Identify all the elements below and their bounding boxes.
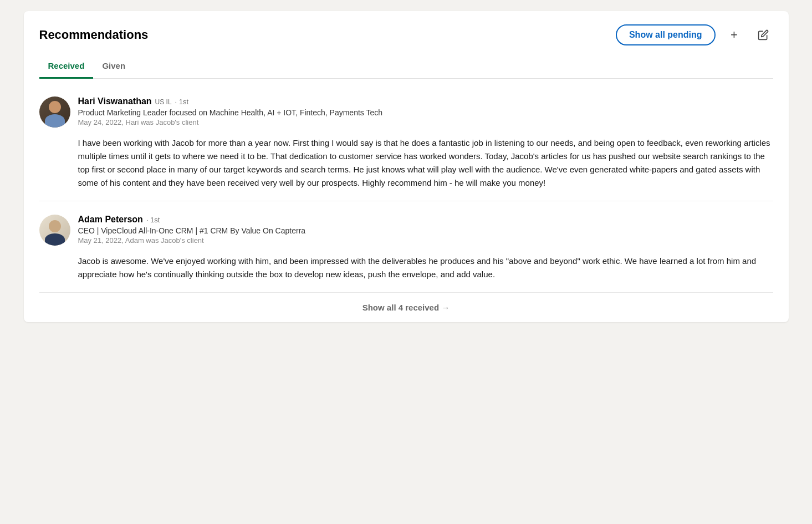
header-actions: Show all pending + [616, 24, 773, 45]
rec-degree-adam: · 1st [146, 216, 160, 224]
rec-headline-hari: Product Marketing Leader focused on Mach… [78, 108, 383, 117]
rec-name-adam[interactable]: Adam Peterson [78, 215, 143, 225]
recommendations-card: Recommendations Show all pending + Recei… [24, 11, 789, 322]
rec-date-hari: May 24, 2022, Hari was Jacob's client [78, 118, 383, 126]
tab-given[interactable]: Given [93, 54, 134, 79]
rec-header-adam: Adam Peterson · 1st CEO | VipeCloud All-… [39, 215, 773, 246]
tabs-container: Received Given [39, 54, 773, 79]
rec-name-hari[interactable]: Hari Viswanathan [78, 96, 152, 106]
show-all-received-button[interactable]: Show all 4 received → [39, 292, 773, 322]
rec-info-hari: Hari Viswanathan US IL · 1st Product Mar… [78, 96, 383, 126]
edit-icon [758, 29, 769, 40]
rec-body-adam: Jacob is awesome. We've enjoyed working … [39, 255, 773, 281]
avatar-adam[interactable] [39, 215, 70, 246]
edit-recommendations-button[interactable] [753, 25, 773, 45]
rec-name-row-hari: Hari Viswanathan US IL · 1st [78, 96, 383, 106]
add-recommendation-button[interactable]: + [724, 25, 744, 45]
rec-degree-hari: · 1st [175, 98, 189, 106]
rec-date-adam: May 21, 2022, Adam was Jacob's client [78, 236, 306, 245]
rec-name-row-adam: Adam Peterson · 1st [78, 215, 306, 225]
recommendation-item-adam: Adam Peterson · 1st CEO | VipeCloud All-… [39, 201, 773, 292]
rec-flag-hari: US IL [155, 98, 172, 106]
rec-header-hari: Hari Viswanathan US IL · 1st Product Mar… [39, 96, 773, 128]
avatar-hari[interactable] [39, 96, 70, 128]
show-all-pending-button[interactable]: Show all pending [616, 24, 716, 45]
rec-headline-adam: CEO | VipeCloud All-In-One CRM | #1 CRM … [78, 226, 306, 235]
page-title: Recommendations [39, 28, 149, 42]
card-header: Recommendations Show all pending + [39, 24, 773, 45]
recommendations-list: Hari Viswanathan US IL · 1st Product Mar… [39, 79, 773, 292]
recommendation-item-hari: Hari Viswanathan US IL · 1st Product Mar… [39, 83, 773, 201]
rec-info-adam: Adam Peterson · 1st CEO | VipeCloud All-… [78, 215, 306, 245]
tab-received[interactable]: Received [39, 54, 94, 79]
rec-body-hari: I have been working with Jacob for more … [39, 136, 773, 190]
